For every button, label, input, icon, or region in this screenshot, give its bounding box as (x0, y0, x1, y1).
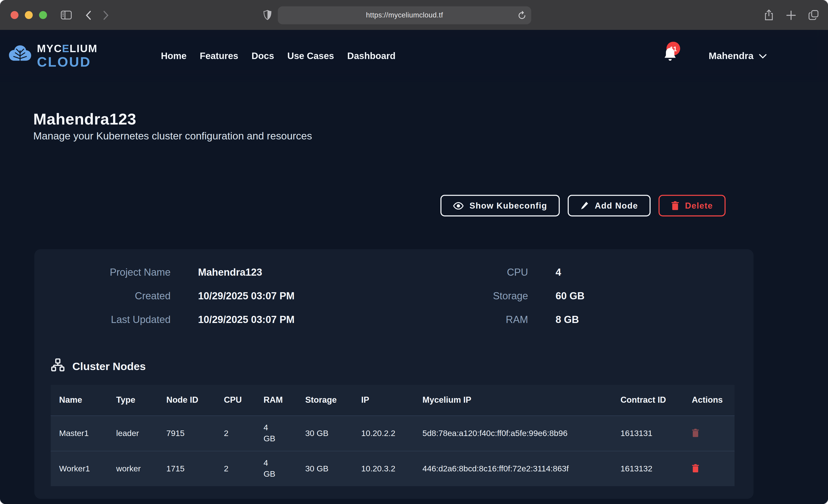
cell-name: Worker1 (51, 451, 108, 486)
col-contract-id: Contract ID (612, 385, 683, 415)
cell-storage: 30 GB (297, 416, 353, 451)
nav-link-docs[interactable]: Docs (251, 50, 274, 61)
url-text: https://myceliumcloud.tf (366, 11, 443, 19)
delete-node-button[interactable] (692, 464, 699, 474)
col-type: Type (108, 385, 158, 415)
sitemap-icon (51, 359, 65, 374)
cell-mycelium-ip: 446:d2a6:8bcd:8c16:ff0f:72e2:3114:863f (414, 451, 612, 486)
col-node-id: Node ID (158, 385, 215, 415)
page-content: Mahendra123 Manage your Kubernetes clust… (0, 30, 828, 504)
tab-overview-icon[interactable] (809, 10, 819, 20)
detail-value: 60 GB (555, 290, 584, 302)
table-row: Worker1 worker 1715 2 4 GB 30 GB 10.20.3… (51, 451, 735, 486)
col-name: Name (51, 385, 108, 415)
nav-link-dashboard[interactable]: Dashboard (347, 50, 396, 61)
notifications-button[interactable]: 11 (663, 48, 677, 64)
col-mycelium-ip: Mycelium IP (414, 385, 612, 415)
detail-value: 4 (555, 266, 561, 278)
cluster-nodes-header: Cluster Nodes (51, 359, 146, 374)
cell-node-id: 7915 (158, 416, 215, 451)
pencil-icon (580, 201, 589, 210)
detail-label: CPU (391, 266, 528, 278)
detail-value: 10/29/2025 03:07 PM (198, 290, 295, 302)
delete-cluster-button[interactable]: Delete (659, 195, 726, 216)
page-subtitle: Manage your Kubernetes cluster configura… (33, 130, 312, 142)
show-kubeconfig-button[interactable]: Show Kubeconfig (441, 195, 560, 216)
window-controls (10, 11, 47, 19)
forward-button-icon[interactable] (103, 10, 109, 20)
col-ram: RAM (255, 385, 297, 415)
browser-chrome: https://myceliumcloud.tf (0, 0, 828, 31)
mycelium-cloud-logo-icon (7, 44, 33, 68)
add-node-button[interactable]: Add Node (568, 195, 651, 216)
nodes-table: Name Type Node ID CPU RAM Storage IP Myc… (51, 385, 735, 486)
bell-icon (663, 47, 677, 64)
site-navbar: MYCELIUM CLOUD Home Features Docs Use Ca… (0, 30, 828, 82)
chevron-down-icon (759, 51, 767, 60)
eye-icon (453, 202, 464, 209)
trash-icon (671, 201, 679, 210)
privacy-shield-icon[interactable] (263, 10, 272, 20)
delete-node-button[interactable] (692, 428, 699, 438)
detail-value: Mahendra123 (198, 266, 262, 278)
page-title: Mahendra123 (33, 110, 136, 128)
cell-cpu: 2 (215, 416, 255, 451)
nav-link-features[interactable]: Features (200, 50, 238, 61)
nav-links: Home Features Docs Use Cases Dashboard (161, 50, 396, 61)
cell-node-id: 1715 (158, 451, 215, 486)
cell-ram: 4 GB (255, 451, 297, 486)
address-bar[interactable]: https://myceliumcloud.tf (278, 6, 531, 24)
detail-label: RAM (391, 314, 528, 326)
brand-logo[interactable]: MYCELIUM CLOUD (7, 43, 97, 69)
trash-icon (692, 464, 699, 474)
close-button[interactable] (10, 11, 18, 19)
detail-label: Created (33, 290, 170, 302)
cluster-details-card: Project Name Mahendra123 Created 10/29/2… (34, 249, 753, 499)
reload-icon[interactable] (518, 10, 526, 22)
back-button-icon[interactable] (85, 10, 91, 20)
nav-link-home[interactable]: Home (161, 50, 187, 61)
detail-value: 10/29/2025 03:07 PM (198, 314, 295, 326)
col-cpu: CPU (215, 385, 255, 415)
minimize-button[interactable] (25, 11, 33, 19)
cell-mycelium-ip: 5d8:78ea:a120:f40c:ff0f:a5fe:99e6:8b96 (414, 416, 612, 451)
detail-value: 8 GB (555, 314, 579, 326)
cell-type: leader (108, 416, 158, 451)
user-name: Mahendra (709, 50, 753, 61)
sidebar-toggle-icon[interactable] (61, 10, 72, 19)
table-row: Master1 leader 7915 2 4 GB 30 GB 10.20.2… (51, 415, 735, 451)
user-menu[interactable]: Mahendra (709, 50, 767, 61)
share-icon[interactable] (764, 9, 774, 20)
cell-name: Master1 (51, 416, 108, 451)
zoom-button[interactable] (39, 11, 47, 19)
new-tab-icon[interactable] (786, 10, 796, 20)
cell-contract-id: 1613132 (612, 451, 683, 486)
detail-label: Last Updated (33, 314, 170, 326)
table-header-row: Name Type Node ID CPU RAM Storage IP Myc… (51, 385, 735, 415)
cell-contract-id: 1613131 (612, 416, 683, 451)
cell-ip: 10.20.2.2 (353, 416, 414, 451)
trash-icon (692, 428, 699, 438)
cell-cpu: 2 (215, 451, 255, 486)
nav-link-use-cases[interactable]: Use Cases (287, 50, 334, 61)
cell-storage: 30 GB (297, 451, 353, 486)
col-actions: Actions (683, 385, 735, 415)
cell-type: worker (108, 451, 158, 486)
cell-ram: 4 GB (255, 416, 297, 451)
cluster-actions: Show Kubeconfig Add Node Delete (0, 195, 726, 216)
browser-window: https://myceliumcloud.tf (0, 0, 828, 504)
col-storage: Storage (297, 385, 353, 415)
detail-label: Project Name (33, 266, 170, 278)
cell-ip: 10.20.3.2 (353, 451, 414, 486)
detail-label: Storage (391, 290, 528, 302)
col-ip: IP (353, 385, 414, 415)
section-title: Cluster Nodes (72, 360, 146, 372)
brand-text: MYCELIUM CLOUD (37, 43, 98, 69)
